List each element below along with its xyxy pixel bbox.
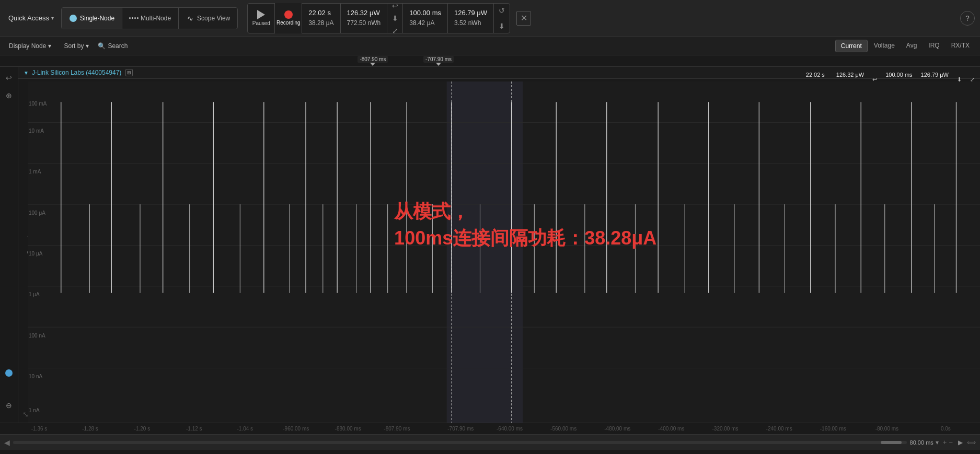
chart-area[interactable]: ▼ J-Link Silicon Labs (440054947) ⊞ 22.0… xyxy=(18,67,980,423)
tick-4: -1.04 s xyxy=(237,426,253,432)
tick-7: -807.90 ms xyxy=(384,426,410,432)
play-label: Paused xyxy=(252,20,270,26)
multi-node-button[interactable]: Multi-Node xyxy=(122,8,179,29)
timeline-marker-1: -807.90 ms xyxy=(358,56,388,66)
current-stat-value: 38.28 μA xyxy=(308,18,333,28)
zoom-in-icon[interactable]: + xyxy=(943,438,947,446)
single-node-label: Single-Node xyxy=(80,15,114,22)
interval-stat: 100.00 ms 38.42 μA xyxy=(403,3,448,33)
tick-8: -707.90 ms xyxy=(447,426,474,432)
timeline-label-2: -707.90 ms xyxy=(423,56,454,63)
settings-icon[interactable]: ⬇ xyxy=(496,20,508,32)
record-button[interactable]: Recording xyxy=(275,3,302,33)
tick-9: -640.00 ms xyxy=(497,426,523,432)
interval-energy-value: 3.52 nWh xyxy=(454,18,487,28)
tab-irq[interactable]: IRQ xyxy=(923,40,944,52)
y-label-100ma: 100 mA xyxy=(29,101,47,107)
tick-15: -160.00 ms xyxy=(820,426,846,432)
display-node-label: Display Node xyxy=(9,42,46,50)
single-node-icon xyxy=(69,14,77,22)
expand-chart-icon[interactable]: ⤡ xyxy=(22,410,29,418)
undo-icon[interactable]: ↩ xyxy=(389,2,401,10)
scope-view-label: Scope View xyxy=(197,15,230,22)
chart-node-badge[interactable]: ⊞ xyxy=(125,69,133,76)
timeline-bar[interactable]: -807.90 ms -707.90 ms xyxy=(0,55,980,67)
filter-bar: Display Node ▾ Sort by ▾ 🔍 Search Curren… xyxy=(0,37,980,55)
stats-block: Paused Recording 22.02 s 38.28 μA 126.32… xyxy=(247,3,510,33)
sort-by-button[interactable]: Sort by ▾ xyxy=(60,41,93,51)
tick-14: -240.00 ms xyxy=(766,426,792,432)
scroll-handle[interactable] xyxy=(881,441,902,444)
plus-sidebar-icon[interactable]: ⊕ xyxy=(3,90,15,101)
multi-node-label: Multi-Node xyxy=(141,15,171,22)
help-icon: ? xyxy=(965,14,970,22)
channel-indicator[interactable] xyxy=(5,369,13,377)
tick-13: -320.00 ms xyxy=(712,426,738,432)
time-stat: 22.02 s 38.28 μA xyxy=(302,3,340,33)
energy-stat-value: 772.50 nWh xyxy=(347,18,381,28)
interval-current: 38.42 μA xyxy=(409,18,441,28)
fit-view-icon[interactable]: ⟺ xyxy=(967,439,976,446)
quick-access-label: Quick Access xyxy=(8,14,49,22)
timeline-arrow-1 xyxy=(370,63,375,66)
filter-tabs: Current Voltage Avg IRQ RX/TX xyxy=(835,40,975,52)
quick-access-button[interactable]: Quick Access ▾ xyxy=(5,12,57,24)
y-label-100ua: 100 μA xyxy=(29,210,45,216)
reset-icon[interactable]: ↺ xyxy=(496,5,508,16)
top-toolbar: Quick Access ▾ Single-Node Multi-Node ∿ … xyxy=(0,0,980,37)
tick-16: -80.00 ms xyxy=(875,426,898,432)
scope-view-button[interactable]: ∿ Scope View xyxy=(179,8,237,29)
time-axis: -1.36 s -1.28 s -1.20 s -1.12 s -1.04 s … xyxy=(0,423,980,434)
tick-10: -560.00 ms xyxy=(550,426,577,432)
undo-sidebar-icon[interactable]: ↩ xyxy=(3,72,15,84)
sort-by-chevron: ▾ xyxy=(86,42,89,50)
tick-17: 0.0s xyxy=(941,426,951,432)
y-label-1ua: 1 μA xyxy=(29,292,40,297)
download-icon[interactable]: ⬇ xyxy=(389,14,401,22)
scroll-left-icon[interactable]: ◀ xyxy=(4,438,10,447)
chart-collapse-icon[interactable]: ▼ xyxy=(24,70,29,76)
display-node-button[interactable]: Display Node ▾ xyxy=(5,41,55,51)
single-node-button[interactable]: Single-Node xyxy=(62,8,122,29)
tick-3: -1.12 s xyxy=(186,426,202,432)
y-label-10na: 10 nA xyxy=(29,374,42,379)
left-sidebar: ↩ ⊕ ⊖ xyxy=(0,67,18,423)
tab-avg[interactable]: Avg xyxy=(901,40,922,52)
expand-icon[interactable]: ⤢ xyxy=(389,27,401,35)
stat-icons-col: ↩ ⬇ ⤢ xyxy=(387,3,403,33)
tick-5: -960.00 ms xyxy=(283,426,309,432)
zoom-controls: 80.00 ms ▾ + − ▶ ⟺ xyxy=(910,438,976,446)
zoom-dropdown-icon[interactable]: ▾ xyxy=(936,439,939,446)
time-value: 22.02 s xyxy=(308,8,333,19)
tab-voltage[interactable]: Voltage xyxy=(869,40,900,52)
minus-sidebar-icon[interactable]: ⊖ xyxy=(3,400,15,411)
tick-0: -1.36 s xyxy=(31,426,48,432)
power-stat: 126.32 μW 772.50 nWh xyxy=(341,3,388,33)
close-button[interactable]: ✕ xyxy=(516,11,531,26)
close-icon: ✕ xyxy=(521,13,527,23)
y-label-100na: 100 nA xyxy=(29,333,45,339)
chart-node-name: J-Link Silicon Labs (440054947) xyxy=(32,69,121,76)
scroll-track[interactable] xyxy=(13,441,907,444)
timeline-label-1: -807.90 ms xyxy=(358,56,388,63)
interval-value: 100.00 ms xyxy=(409,8,441,19)
tick-2: -1.20 s xyxy=(134,426,151,432)
help-button[interactable]: ? xyxy=(960,11,975,26)
multi-node-icon xyxy=(130,14,138,22)
waveform-chart[interactable]: 100 mA 10 mA 1 mA 100 μA 10 μA 1 μA 100 … xyxy=(28,82,980,423)
tick-11: -480.00 ms xyxy=(604,426,630,432)
timeline-arrow-2 xyxy=(436,63,441,66)
record-label: Recording xyxy=(276,20,301,26)
zoom-label: 80.00 ms xyxy=(910,439,933,446)
search-area[interactable]: 🔍 Search xyxy=(98,42,128,50)
interval-power-stat: 126.79 μW 3.52 nWh xyxy=(448,3,494,33)
play-button[interactable]: Paused xyxy=(248,3,275,33)
zoom-out-icon[interactable]: − xyxy=(949,438,953,446)
tab-rxtx[interactable]: RX/TX xyxy=(946,40,975,52)
scroll-right-icon[interactable]: ▶ xyxy=(958,439,963,446)
tab-current[interactable]: Current xyxy=(835,40,868,52)
view-mode-buttons: Single-Node Multi-Node ∿ Scope View xyxy=(61,7,238,29)
interval-power-value: 126.79 μW xyxy=(454,8,487,19)
timeline-marker-2: -707.90 ms xyxy=(423,56,454,66)
display-node-chevron: ▾ xyxy=(48,42,51,50)
